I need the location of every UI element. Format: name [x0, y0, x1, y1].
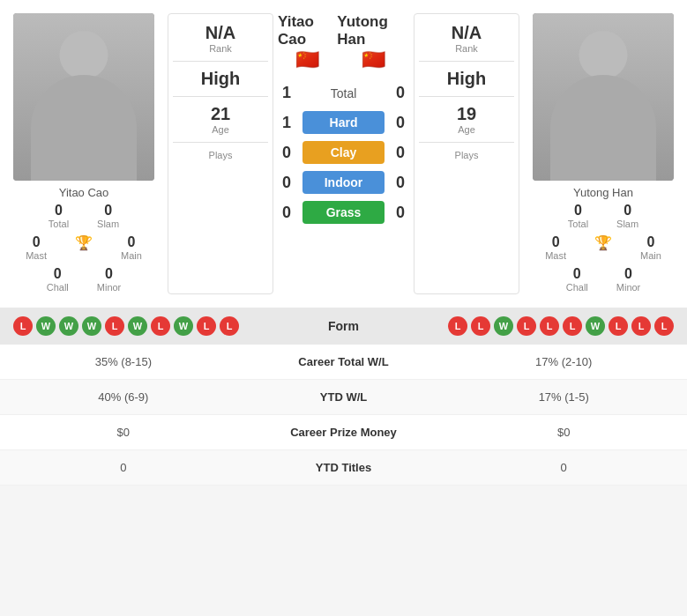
stats-table: 35% (8-15) Career Total W/L 17% (2-10) 4… [0, 345, 687, 486]
right-stat-row-3: 0 Chall 0 Minor [524, 264, 683, 294]
left-player-name: Yitao Cao [59, 186, 109, 199]
form-badge-l: L [471, 316, 490, 336]
form-badge-l: L [220, 316, 239, 336]
form-badge-l: L [105, 316, 124, 336]
right-total-value: 0 [568, 203, 588, 219]
left-main-value: 0 [121, 234, 142, 250]
left-high-stat: High [201, 69, 240, 89]
left-plays-label: Plays [209, 150, 233, 160]
right-photo-head [579, 31, 628, 79]
right-player-card: Yutong Han 0 Total 0 Slam 0 Mast 🏆 [524, 13, 683, 294]
left-trophy-icon: 🏆 [75, 235, 93, 250]
right-flag: 🇨🇳 [362, 48, 385, 71]
right-rank-value: N/A [452, 23, 482, 43]
right-main-label: Main [640, 250, 661, 261]
right-divider-3 [419, 142, 514, 143]
right-slam-value: 0 [616, 203, 638, 219]
form-label: Form [328, 319, 359, 333]
stats-right-1: 17% (1-5) [453, 390, 674, 404]
left-divider-1 [173, 61, 268, 62]
right-total-score: 0 [392, 84, 409, 102]
left-middle-stats: N/A Rank High 21 Age Plays [168, 13, 273, 294]
form-badge-l: L [654, 316, 674, 336]
left-mast-stat: 0 Mast [20, 233, 52, 263]
stats-right-0: 17% (2-10) [453, 355, 674, 368]
left-minor-label: Minor [97, 282, 122, 293]
right-plays-label: Plays [455, 150, 479, 160]
right-total-label: Total [568, 219, 588, 229]
left-flag: 🇨🇳 [295, 48, 319, 71]
left-photo-head [60, 31, 108, 79]
left-player-card: Yitao Cao 0 Total 0 Slam 0 Mast 🏆 [4, 13, 163, 294]
right-age-stat: 19 Age [457, 104, 476, 135]
main-container: Yitao Cao 0 Total 0 Slam 0 Mast 🏆 [0, 0, 687, 486]
right-middle-stats: N/A Rank High 19 Age Plays [414, 13, 519, 294]
left-mast-label: Mast [26, 250, 47, 261]
left-age-label: Age [211, 124, 230, 135]
right-minor-stat: 0 Minor [611, 264, 646, 294]
surface-row-clay: 0 Clay 0 [278, 141, 409, 164]
form-badge-w: W [82, 316, 101, 336]
right-main-stat: 0 Main [635, 233, 667, 263]
total-score-row: 1 Total 0 [278, 84, 409, 102]
stats-left-3: 0 [13, 461, 234, 474]
form-badge-l: L [151, 316, 170, 336]
right-rank-stat: N/A Rank [452, 23, 482, 54]
left-rank-label: Rank [205, 43, 235, 54]
right-plays-stat: Plays [455, 150, 479, 160]
left-photo-body [31, 75, 137, 181]
stats-right-2: $0 [453, 426, 674, 439]
right-form-badges: LLWLLLWLLL [448, 316, 674, 336]
stats-left-0: 35% (8-15) [13, 355, 234, 368]
left-main-label: Main [121, 250, 142, 261]
left-chall-label: Chall [47, 282, 69, 293]
form-badge-l: L [540, 316, 559, 336]
left-player-photo [13, 13, 154, 181]
right-rank-label: Rank [452, 43, 482, 54]
right-mast-label: Mast [545, 250, 566, 261]
form-badge-w: W [128, 316, 147, 336]
form-badge-l: L [197, 316, 216, 336]
stats-left-2: $0 [13, 426, 234, 439]
left-header-name: Yitao Cao [278, 13, 337, 48]
right-chall-value: 0 [566, 266, 588, 282]
right-player-name: Yutong Han [573, 186, 633, 199]
left-minor-value: 0 [97, 266, 122, 282]
stats-label-1: YTD W/L [234, 390, 454, 404]
right-divider-1 [419, 61, 514, 62]
stats-row-3: 0 YTD Titles 0 [0, 450, 687, 486]
right-main-value: 0 [640, 234, 661, 250]
player-names-header: Yitao Cao 🇨🇳 Yutong Han 🇨🇳 [278, 13, 409, 78]
right-header: Yutong Han 🇨🇳 [337, 13, 409, 71]
left-chall-value: 0 [47, 266, 69, 282]
left-total-score: 1 [278, 84, 295, 102]
left-stat-row-3: 0 Chall 0 Minor [4, 264, 163, 294]
form-section: LWWWLWLWLL Form LLWLLLWLLL [0, 308, 687, 345]
stats-label-0: Career Total W/L [234, 355, 454, 368]
left-form-badges: LWWWLWLWLL [13, 316, 239, 336]
right-mast-value: 0 [545, 234, 566, 250]
right-chall-label: Chall [566, 282, 588, 293]
right-slam-stat: 0 Slam [611, 201, 644, 231]
right-photo-body [550, 75, 656, 181]
right-score-indoor: 0 [392, 174, 409, 192]
left-score-indoor: 0 [278, 174, 295, 192]
form-badge-l: L [448, 316, 467, 336]
form-badge-w: W [586, 316, 605, 336]
form-badge-l: L [609, 316, 628, 336]
left-score-hard: 1 [278, 114, 295, 132]
form-badge-w: W [59, 316, 78, 336]
surface-row-hard: 1 Hard 0 [278, 111, 409, 134]
left-score-grass: 0 [278, 204, 295, 222]
stats-right-3: 0 [453, 461, 674, 474]
right-player-photo [533, 13, 674, 181]
right-divider-2 [419, 96, 514, 97]
stats-label-3: YTD Titles [234, 461, 454, 474]
right-age-label: Age [457, 124, 476, 135]
top-section: Yitao Cao 0 Total 0 Slam 0 Mast 🏆 [0, 0, 687, 308]
left-plays-stat: Plays [209, 150, 233, 160]
right-minor-value: 0 [616, 266, 641, 282]
form-badge-w: W [174, 316, 193, 336]
left-divider-3 [173, 142, 268, 143]
surface-row-indoor: 0 Indoor 0 [278, 171, 409, 194]
